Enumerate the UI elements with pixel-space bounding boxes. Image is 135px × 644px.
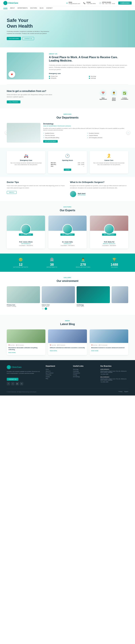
gallery-title-3: Cardiology <box>77 304 110 306</box>
footer-links-title: Usefull Links <box>73 365 96 367</box>
step-2-label: Select ExpertDoctor <box>110 98 117 101</box>
footer-dept-link-cardio[interactable]: Cardiology <box>46 374 69 376</box>
nav-doctors[interactable]: DOCTORS <box>30 7 37 9</box>
dept-name: Dermatology <box>43 123 128 125</box>
footer-useful-ortho[interactable]: Orthopaedics <box>73 372 96 374</box>
nav-contact[interactable]: CONTACT <box>46 7 53 9</box>
consult-step-3: ✅ ConfirmConsultation <box>121 90 128 101</box>
privacy-link[interactable]: Privacy <box>119 391 122 392</box>
hours-row: Mon-Tue: 9:00 - 17:00 <box>51 162 84 163</box>
gallery-prev-button[interactable]: ‹ <box>42 308 44 310</box>
footer-useful-urology[interactable]: Urology <box>73 374 96 376</box>
emergency-item-4: Audiology <box>91 78 96 79</box>
tips-left: Doctor Tips Fusce orare dolor placerat a… <box>7 181 65 197</box>
emergency-card-icon: 🚑 <box>10 154 43 158</box>
tips-text: Fusce orare dolor placerat augue leo ard… <box>7 185 65 189</box>
stat-awards: 🏆 1488 Talonun <box>100 258 128 268</box>
hours-row: Sun: — <box>51 166 84 167</box>
nav-about[interactable]: ABOUT <box>10 7 15 9</box>
gallery-title-1: Primary Care <box>7 304 40 306</box>
blog-meta-3: 📅 June Here 💬 50 Commented <box>91 344 126 346</box>
youtube-link[interactable]: ▶ <box>16 382 19 386</box>
blog-img-1 <box>7 330 45 343</box>
emergency-card-text: Nec in sit ut tempor de lacinia. Hendrer… <box>10 162 43 166</box>
appointment-icon: 📅 <box>100 90 106 96</box>
phone-highlight[interactable]: 01985343643 <box>118 2 132 4</box>
social-links: f t ▶ in <box>7 382 42 386</box>
logo-icon: + <box>3 1 8 5</box>
stat-num-departments: 38 <box>38 263 66 266</box>
view-all-button[interactable]: VIEW ALL <box>7 191 17 194</box>
full-process-button[interactable]: FULL PROCESS <box>7 100 21 103</box>
footer-useful-cardiology[interactable]: Cardiology <box>73 370 96 372</box>
gallery-label-2: Cancer Care Jackie, Sports ‹ › <box>42 304 75 310</box>
contact-us-hero-button[interactable]: CONTACT US <box>22 37 34 40</box>
gallery-next-button[interactable]: › <box>45 308 47 310</box>
em-dot <box>89 78 90 79</box>
gallery-img-4 <box>111 286 128 303</box>
footer-dept-link-eye[interactable]: Eye Treatment <box>46 372 69 374</box>
em-dot <box>49 78 50 79</box>
experts-title: Our Experts <box>7 209 128 212</box>
doctor-name: Mark Hemi <box>78 193 86 194</box>
departments-label: SERVICES <box>7 114 128 115</box>
step-3-label: ConfirmConsultation <box>121 98 128 100</box>
emergency-card-title: Emergency Case <box>10 160 43 161</box>
emergency-item: Primary Care <box>49 76 88 77</box>
patients-icon: 😊 <box>7 258 35 262</box>
cancer-card-text: Nec in sit ut tempor de lacinia. Hendrer… <box>92 162 125 166</box>
expert-name-1: Prof. Jones Athom <box>7 241 45 243</box>
blog-img-2 <box>48 330 87 343</box>
footer: + ClinicCare Excepteur sint occaecat cup… <box>0 360 135 395</box>
footer-useful-derm[interactable]: Dermatology <box>73 376 96 377</box>
nav-departments[interactable]: DEPARTMENTS <box>18 7 28 9</box>
branch-2: DELHI BRANCH 2548 Broaddus Maple Court, … <box>100 376 128 382</box>
hours-time-3: — <box>83 166 84 167</box>
consult-title: How to get a consultation from us? <box>7 90 93 92</box>
stat-patients: 😊 12 Satisfied Patients <box>7 258 35 268</box>
emergency-care: Emergency care Primary Care Neurology Or… <box>49 73 128 79</box>
hours-contact: 🕐 OFFICE HOURS Sat - Sun: 9:00 - 8:00 <box>99 2 115 4</box>
facebook-link[interactable]: f <box>7 382 10 386</box>
read-more-1[interactable]: READ MORE <box>9 352 16 353</box>
footer-dept-link-about[interactable]: About Us <box>46 370 69 372</box>
nav-home[interactable]: HOME <box>3 7 8 9</box>
read-more-2[interactable]: READ MORE <box>50 350 57 351</box>
footer-dept-link-blog[interactable]: Blog <box>46 378 69 379</box>
blog-comments-1: 💬 10 Comments <box>16 344 24 346</box>
gallery-sub-3: Grues, Sports <box>77 306 110 307</box>
twitter-link[interactable]: t <box>11 382 15 386</box>
footer-dept-link-home[interactable]: Home <box>46 369 69 370</box>
awards-icon: 🏆 <box>100 258 128 262</box>
emergency-item-2: Neurology <box>91 76 96 77</box>
experts-section: DOCTORS Our Experts SEE DEPARTMENT Prof.… <box>0 201 135 254</box>
doctors-icon: 👨‍⚕️ <box>69 258 97 262</box>
footer-dept-link-surgery[interactable]: Surgery <box>46 376 69 377</box>
footer-bottom: © 2018 ClinicCare. All Rights Reserved b… <box>7 389 128 393</box>
blog-label: NEWS <box>7 320 128 322</box>
footer-contact-button[interactable]: CONTACT US <box>7 378 18 381</box>
support-link[interactable]: Support <box>124 391 128 392</box>
gallery-item-3: Cardiology Grues, Sports <box>77 286 110 310</box>
close-button[interactable]: CLOSE <box>64 168 71 171</box>
branch1-phone: +18-2584-2850 <box>100 374 128 375</box>
departments-title: Our Departments <box>7 116 128 120</box>
confirm-icon: ✅ <box>121 90 128 96</box>
linkedin-link[interactable]: in <box>20 382 23 386</box>
about-label: ABOUT US <box>49 53 128 54</box>
read-more-3[interactable]: READ MORE <box>91 350 98 351</box>
dept-main: Dermatology HEAD OF DEPARTMENT: PROFESSO… <box>7 123 128 142</box>
carousel-next-button[interactable]: › <box>126 131 130 134</box>
stat-label-patients: Satisfied Patients <box>7 266 35 268</box>
gallery-title: Our environment <box>7 279 128 283</box>
hours-row: Wed-Thu: 2:00 - 18:00 <box>51 164 84 165</box>
blog-content-2: 📅 June Here 💬 70 Comments Difficult cont… <box>48 343 87 353</box>
get-appointment-button[interactable]: GET APPOINTMENT <box>43 140 58 142</box>
emergency-grid: Primary Care Neurology Orthopedic Audiol… <box>49 76 128 79</box>
nav-blog[interactable]: BLOG <box>40 7 43 9</box>
footer-useful-neurology[interactable]: Neurology <box>73 369 96 370</box>
dept-feature: ✓ Qualified Doctors <box>43 132 84 134</box>
emergency-item: Neurology <box>89 76 128 77</box>
hours-value: Sat - Sun: 9:00 - 8:00 <box>102 3 115 4</box>
discover-more-button[interactable]: DISCOVER MORE <box>7 37 21 40</box>
